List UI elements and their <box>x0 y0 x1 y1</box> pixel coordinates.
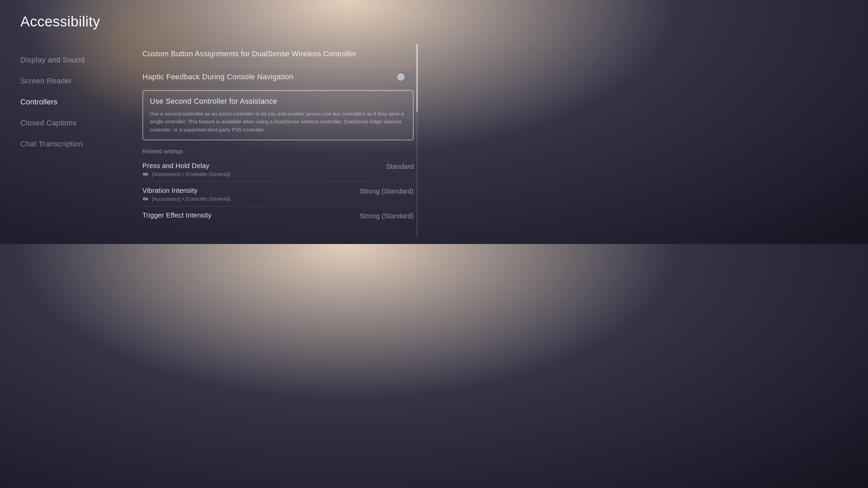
related-setting-vibration[interactable]: Vibration Intensity [Accessories] > [Con… <box>142 182 414 207</box>
second-controller-desc: Use a second controller as an assist con… <box>150 110 406 134</box>
svg-rect-1 <box>144 174 145 175</box>
press-hold-value: Standard <box>386 162 414 170</box>
related-settings-label: Related settings <box>142 148 414 155</box>
vibration-left: Vibration Intensity [Accessories] > [Con… <box>142 187 230 202</box>
setting-row-custom-button[interactable]: Custom Button Assignments for DualSense … <box>142 47 414 65</box>
haptic-feedback-toggle[interactable] <box>396 72 414 82</box>
svg-rect-2 <box>145 174 146 175</box>
trigger-title: Trigger Effect Intensity <box>142 211 212 219</box>
sidebar-item-screen-reader[interactable]: Screen Reader <box>20 70 136 92</box>
page-title: Accessibility <box>20 14 414 30</box>
vibration-value: Strong (Standard) <box>360 187 414 195</box>
sidebar-item-display-and-sound[interactable]: Display and Sound <box>20 49 136 70</box>
sidebar-item-closed-captions[interactable]: Closed Captions <box>20 113 136 134</box>
press-hold-left: Press and Hold Delay [Accessories] > [Co… <box>142 162 230 177</box>
use-second-controller-box[interactable]: Use Second Controller for Assistance Use… <box>142 90 414 140</box>
settings-list: Custom Button Assignments for DualSense … <box>142 47 414 225</box>
svg-rect-7 <box>146 199 147 199</box>
svg-rect-3 <box>146 174 147 175</box>
custom-button-label: Custom Button Assignments for DualSense … <box>142 49 357 58</box>
content-area: Display and Sound Screen Reader Controll… <box>20 47 414 244</box>
related-setting-press-hold[interactable]: Press and Hold Delay [Accessories] > [Co… <box>142 157 414 182</box>
sidebar-item-chat-transcription[interactable]: Chat Transcription <box>20 134 136 155</box>
sidebar: Display and Sound Screen Reader Controll… <box>20 47 136 244</box>
related-setting-trigger[interactable]: Trigger Effect Intensity Strong (Standar… <box>142 207 414 225</box>
press-hold-title: Press and Hold Delay <box>142 162 230 170</box>
page-container: Accessibility Display and Sound Screen R… <box>0 0 434 244</box>
svg-rect-6 <box>145 199 146 199</box>
second-controller-title: Use Second Controller for Assistance <box>150 97 406 106</box>
vibration-path: [Accessories] > [Controller (General)] <box>142 196 230 202</box>
svg-rect-5 <box>144 199 145 199</box>
main-content: Custom Button Assignments for DualSense … <box>136 47 414 244</box>
vibration-title: Vibration Intensity <box>142 187 230 195</box>
controller-icon-2 <box>142 197 149 201</box>
setting-row-haptic-feedback[interactable]: Haptic Feedback During Console Navigatio… <box>142 65 414 89</box>
press-hold-path: [Accessories] > [Controller (General)] <box>142 171 230 177</box>
sidebar-item-controllers[interactable]: Controllers <box>20 92 136 113</box>
haptic-feedback-label: Haptic Feedback During Console Navigatio… <box>142 73 293 81</box>
trigger-value: Strong (Standard) <box>360 211 414 220</box>
trigger-left: Trigger Effect Intensity <box>142 211 212 219</box>
controller-icon <box>142 172 149 176</box>
